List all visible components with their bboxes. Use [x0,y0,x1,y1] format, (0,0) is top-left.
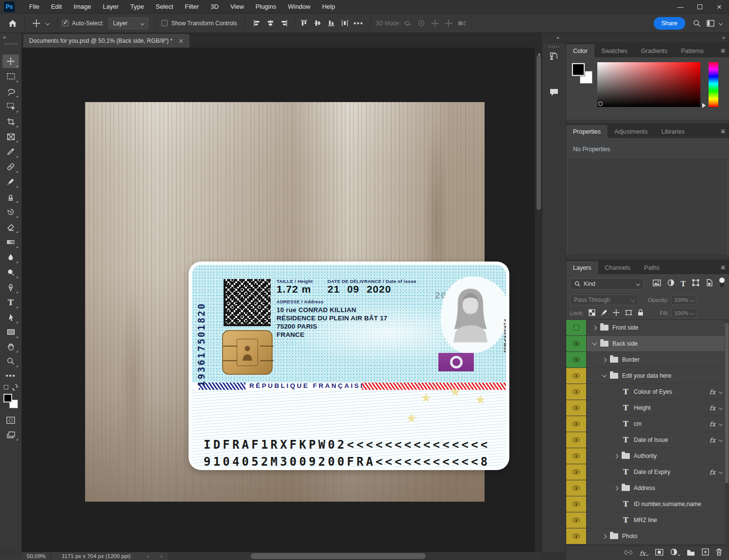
layer-effects-badge[interactable]: fx [710,404,722,412]
tool-brush[interactable] [2,175,19,189]
layer-row[interactable]: Back side fx [566,336,729,352]
foreground-color-swatch[interactable] [3,394,12,402]
toolbar-grip[interactable] [4,43,17,45]
align-bottom-icon[interactable] [325,17,338,30]
saturation-brightness-box[interactable] [597,62,700,107]
canvas-area[interactable]: RÉPUBLIQUE FRANÇAISE 193617501820 TAILLE… [22,48,535,552]
delete-layer-icon[interactable] [716,548,722,558]
layer-effects-badge[interactable]: fx [710,469,722,476]
more-align-options-icon[interactable]: ••• [352,17,365,30]
panel-tab[interactable]: Color [566,44,594,57]
search-icon[interactable] [690,17,704,30]
blend-mode-dropdown[interactable]: Pass Through [570,295,638,305]
panel-tab[interactable]: Paths [637,261,666,274]
layer-name[interactable]: Back side [612,340,638,347]
workspace-switcher-icon[interactable] [704,17,717,30]
collapse-dock-icon[interactable]: « [556,35,559,40]
layer-row[interactable]: MRZ line fx [566,512,729,528]
layers-scrollbar[interactable] [725,320,729,544]
layer-name[interactable]: cm [634,420,642,427]
layer-visibility-toggle[interactable] [566,448,587,464]
lock-image-pixels-icon[interactable] [601,309,608,317]
layer-row[interactable]: ID number,surname,name fx [566,496,729,512]
show-transform-checkbox[interactable] [161,20,168,26]
layer-visibility-toggle[interactable] [566,400,587,416]
3d-pan-icon[interactable] [428,17,442,30]
panel-tab[interactable]: Gradients [634,44,674,57]
new-layer-icon[interactable] [702,548,709,558]
fill-value[interactable]: 100% [671,308,696,318]
expand-collapse-icon[interactable] [612,455,620,458]
color-cursor[interactable] [598,102,603,106]
zoom-level-field[interactable]: 50,09% [22,552,51,560]
move-tool-preset-icon[interactable] [30,17,43,30]
auto-select-checkbox[interactable] [62,20,69,26]
properties-panel-menu-icon[interactable]: ≡ [721,127,725,135]
layer-row[interactable]: Colour of Eyes fx [566,384,729,400]
canvas-horizontal-scrollbar[interactable] [168,552,542,560]
layer-name[interactable]: ID number,surname,name [634,501,701,508]
distribute-horizontal-icon[interactable] [338,17,352,30]
tool-rectangular-marquee[interactable] [2,70,19,83]
menu-item[interactable]: Filter [179,0,205,14]
panel-tab[interactable]: Channels [598,261,638,274]
tool-path-selection[interactable] [2,311,19,324]
menu-item[interactable]: Window [282,0,316,14]
3d-roll-icon[interactable] [415,17,428,30]
layer-name[interactable]: Authority [634,453,657,459]
layer-row[interactable]: Front side fx [566,320,729,336]
layer-name[interactable]: Photo [622,533,637,540]
menu-item[interactable]: View [225,0,250,14]
horizontal-scroll-thumb[interactable] [251,553,426,559]
link-layers-icon[interactable] [624,549,633,558]
layer-name[interactable]: Colour of Eyes [634,388,672,395]
filter-pixel-layers-icon[interactable] [653,280,661,288]
menu-item[interactable]: Layer [97,0,125,14]
layer-name[interactable]: Date of Expiry [634,469,670,475]
align-center-vertical-icon[interactable] [311,17,325,30]
panel-tab[interactable]: Patterns [674,44,711,57]
3d-orbit-icon[interactable] [401,17,415,30]
panel-foreground-swatch[interactable] [572,63,585,76]
canvas-vertical-scrollbar[interactable]: ▲ [535,48,542,552]
add-layer-mask-icon[interactable] [655,549,663,558]
align-left-icon[interactable] [250,17,264,30]
layer-row[interactable]: cm fx [566,416,729,432]
hue-slider[interactable] [709,62,718,107]
layer-name[interactable]: MRZ line [634,517,657,524]
layer-visibility-toggle[interactable] [566,416,587,432]
3d-camera-icon[interactable] [455,17,469,30]
tool-preset-chevron-icon[interactable] [46,21,50,25]
layer-visibility-toggle[interactable] [566,496,587,512]
comments-panel-icon[interactable] [547,86,561,99]
layer-row[interactable]: Date of Issue fx [566,432,729,448]
layer-visibility-toggle[interactable] [566,432,587,448]
layer-row[interactable]: Edit your data here fx [566,368,729,384]
share-button[interactable]: Share [654,17,685,30]
filter-type-layers-icon[interactable]: T [681,280,686,288]
tool-zoom[interactable] [2,354,19,368]
layer-row[interactable]: Address fx [566,480,729,496]
menu-item[interactable]: Type [124,0,150,14]
menu-item[interactable]: File [23,0,45,14]
expand-collapse-icon[interactable] [600,358,608,362]
expand-collapse-icon[interactable] [590,343,598,345]
layer-visibility-toggle[interactable] [566,528,587,544]
layer-name[interactable]: Front side [612,324,638,331]
panel-tab[interactable]: Properties [566,125,608,138]
layer-name[interactable]: Edit your data here [622,372,671,379]
auto-select-target-dropdown[interactable]: Layer [108,18,148,29]
tool-history-brush[interactable] [2,205,19,219]
filter-shape-layers-icon[interactable] [692,279,699,288]
expand-collapse-icon[interactable] [600,375,608,377]
close-button[interactable]: ✕ [710,0,729,14]
filter-smart-objects-icon[interactable] [706,279,712,288]
align-right-icon[interactable] [278,17,291,30]
restore-button[interactable] [690,0,710,14]
expand-dock-icon[interactable]: » [722,35,725,40]
layer-name[interactable]: Border [622,356,640,363]
layer-row[interactable]: Photo fx [566,528,729,544]
quick-mask-icon[interactable] [2,413,19,427]
expand-collapse-icon[interactable] [612,487,620,490]
layer-name[interactable]: Address [634,485,655,491]
